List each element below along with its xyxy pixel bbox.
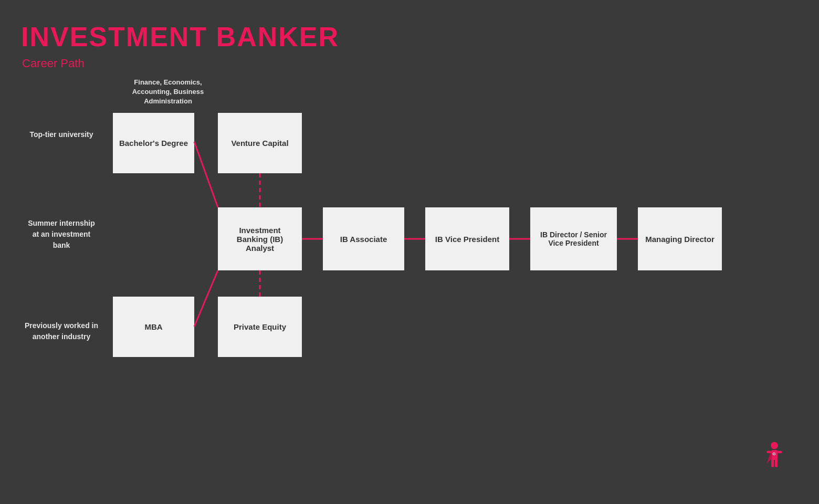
box-bachelors: Bachelor's Degree <box>113 113 194 173</box>
box-ib-director: IB Director / SeniorVice President <box>530 207 617 270</box>
logo-icon: G <box>761 441 788 472</box>
box-private-equity: Private Equity <box>218 297 302 357</box>
box-managing-director: Managing Director <box>638 207 722 270</box>
label-summer: Summer internshipat an investmentbank <box>17 218 106 251</box>
svg-line-1 <box>194 270 218 327</box>
box-ib-associate: IB Associate <box>323 207 404 270</box>
label-top-tier: Top-tier university <box>17 130 106 139</box>
svg-line-0 <box>194 142 218 207</box>
box-ib-analyst: InvestmentBanking (IB)Analyst <box>218 207 302 270</box>
page-title: INVESTMENT BANKER <box>21 21 339 52</box>
field-label: Finance, Economics,Accounting, BusinessA… <box>113 78 223 107</box>
box-venture: Venture Capital <box>218 113 302 173</box>
box-mba: MBA <box>113 297 194 357</box>
page-subtitle: Career Path <box>22 57 85 70</box>
svg-rect-13 <box>766 451 771 453</box>
label-previously: Previously worked inanother industry <box>17 320 106 342</box>
svg-text:G: G <box>773 452 776 456</box>
logo: G <box>761 441 788 472</box>
svg-rect-11 <box>771 459 774 467</box>
box-ib-vp: IB Vice President <box>425 207 509 270</box>
svg-rect-14 <box>778 451 782 453</box>
svg-point-8 <box>771 442 778 449</box>
svg-rect-12 <box>775 459 778 467</box>
